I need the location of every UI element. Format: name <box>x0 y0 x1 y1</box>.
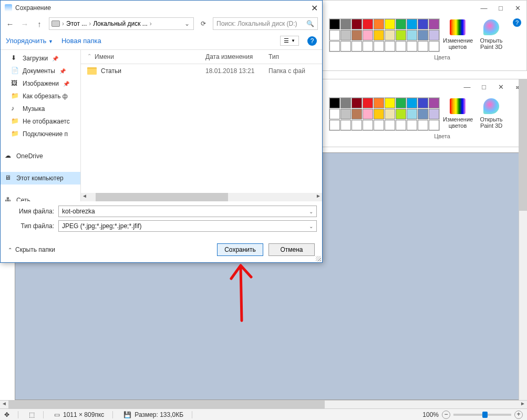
color-swatch[interactable] <box>407 98 417 108</box>
sidebar-item[interactable]: 📄Документы📌 <box>1 65 80 77</box>
color-swatch[interactable] <box>429 41 439 52</box>
close-icon[interactable]: ✕ <box>514 4 521 12</box>
file-row[interactable]: Статьи18.01.2018 13:21Папка с фай <box>81 64 322 78</box>
nav-back-icon[interactable]: ← <box>5 19 15 28</box>
chevron-down-icon[interactable]: ⌄ <box>309 223 313 229</box>
color-swatch[interactable] <box>352 120 362 130</box>
sidebar-item[interactable]: 📁Как обрезать ф <box>1 90 80 103</box>
color-swatch[interactable] <box>340 30 351 40</box>
color-swatch[interactable] <box>407 19 417 29</box>
color-swatch[interactable] <box>374 109 384 119</box>
color-swatch[interactable] <box>385 41 395 52</box>
close-icon[interactable]: ✕ <box>497 83 504 90</box>
color-swatch[interactable] <box>407 30 417 40</box>
breadcrumb[interactable]: › Этот ... › Локальный диск ... › ⌄ <box>49 17 194 30</box>
color-swatch[interactable] <box>374 98 384 108</box>
minimize-icon[interactable]: — <box>463 83 471 90</box>
color-swatch[interactable] <box>340 120 351 130</box>
color-swatch[interactable] <box>396 98 406 108</box>
sidebar-item[interactable]: 🖧Сеть <box>1 194 80 201</box>
edit-colors-button[interactable]: Изменение цветов <box>442 97 473 130</box>
refresh-icon[interactable]: ⟳ <box>198 20 209 27</box>
color-swatch[interactable] <box>329 109 340 119</box>
color-swatch[interactable] <box>418 19 428 29</box>
save-button[interactable]: Сохранить <box>217 243 263 256</box>
color-swatch[interactable] <box>396 19 406 29</box>
color-swatch[interactable] <box>429 120 439 130</box>
horizontal-scrollbar[interactable]: ◄► <box>0 400 527 408</box>
color-swatch[interactable] <box>374 30 384 40</box>
vertical-scrollbar[interactable] <box>519 79 527 408</box>
help-icon[interactable]: ? <box>307 36 317 46</box>
column-type[interactable]: Тип <box>268 53 316 60</box>
color-swatch[interactable] <box>340 19 351 29</box>
breadcrumb-current[interactable]: Локальный диск ... <box>93 20 148 27</box>
zoom-out-button[interactable]: − <box>442 411 450 419</box>
color-swatch[interactable] <box>363 98 373 108</box>
color-swatch[interactable] <box>396 109 406 119</box>
resize-grip[interactable] <box>316 256 321 261</box>
color-swatch[interactable] <box>418 98 428 108</box>
color-swatch[interactable] <box>363 19 373 29</box>
color-swatch[interactable] <box>374 120 384 130</box>
sidebar-item[interactable]: 📁Подключение п <box>1 128 80 140</box>
color-swatch[interactable] <box>418 41 428 52</box>
minimize-icon[interactable]: — <box>480 4 488 12</box>
search-input[interactable]: Поиск: Локальный диск (D:) 🔍 <box>213 17 318 30</box>
color-swatch[interactable] <box>363 30 373 40</box>
close-icon[interactable]: ✕ <box>311 3 318 13</box>
color-swatch[interactable] <box>385 109 395 119</box>
sidebar-item[interactable]: 🖼Изображени📌 <box>1 77 80 90</box>
help-icon[interactable]: ? <box>513 18 521 27</box>
color-swatch[interactable] <box>352 109 362 119</box>
color-swatch[interactable] <box>385 19 395 29</box>
color-swatch[interactable] <box>374 19 384 29</box>
sidebar-item[interactable]: 📁Не отображаетс <box>1 115 80 128</box>
maximize-icon[interactable]: □ <box>480 83 488 90</box>
color-swatch[interactable] <box>340 98 351 108</box>
color-swatch[interactable] <box>363 109 373 119</box>
color-swatch[interactable] <box>363 120 373 130</box>
color-swatch[interactable] <box>407 109 417 119</box>
sidebar-item[interactable]: ☁OneDrive <box>1 150 80 162</box>
color-swatch[interactable] <box>352 41 362 52</box>
color-swatch[interactable] <box>385 98 395 108</box>
new-folder-button[interactable]: Новая папка <box>61 37 101 45</box>
breadcrumb-root[interactable]: Этот ... <box>66 20 87 27</box>
color-swatch[interactable] <box>429 19 439 29</box>
zoom-slider[interactable] <box>453 414 511 416</box>
zoom-in-button[interactable]: + <box>514 411 523 419</box>
color-swatch[interactable] <box>340 109 351 119</box>
breadcrumb-dropdown-icon[interactable]: ⌄ <box>183 20 191 27</box>
filetype-select[interactable]: JPEG (*.jpg;*.jpeg;*.jpe;*.jfif) ⌄ <box>58 220 317 232</box>
color-swatch[interactable] <box>329 19 340 29</box>
filename-input[interactable]: kot-obrezka ⌄ <box>58 206 317 217</box>
filelist-scrollbar[interactable]: ◄► <box>81 193 322 201</box>
color-swatch[interactable] <box>329 41 340 52</box>
color-swatch[interactable] <box>363 41 373 52</box>
color-swatch[interactable] <box>418 109 428 119</box>
color-swatch[interactable] <box>329 30 340 40</box>
color-swatch[interactable] <box>385 30 395 40</box>
color-swatch[interactable] <box>407 120 417 130</box>
edit-colors-button[interactable]: Изменение цветов <box>442 18 473 51</box>
view-options-button[interactable]: ☰▼ <box>280 36 299 46</box>
color-swatch[interactable] <box>396 30 406 40</box>
nav-up-icon[interactable]: ↑ <box>34 19 45 28</box>
open-paint3d-button[interactable]: Открыть Paint 3D <box>476 18 507 51</box>
column-name[interactable]: Имени <box>95 53 205 60</box>
color-swatch[interactable] <box>329 120 340 130</box>
color-swatch[interactable] <box>396 120 406 130</box>
color-swatch[interactable] <box>429 109 439 119</box>
color-swatch[interactable] <box>352 30 362 40</box>
color-swatch[interactable] <box>352 19 362 29</box>
file-list-header[interactable]: ⌃ Имени Дата изменения Тип <box>81 50 322 64</box>
color-swatch[interactable] <box>429 30 439 40</box>
color-swatch[interactable] <box>340 41 351 52</box>
color-swatch[interactable] <box>374 41 384 52</box>
hide-folders-toggle[interactable]: ⌃ Скрыть папки <box>8 246 55 253</box>
color-swatch[interactable] <box>429 98 439 108</box>
color-palette[interactable] <box>329 18 440 52</box>
sidebar-item[interactable]: ♪Музыка <box>1 103 80 115</box>
nav-forward-icon[interactable]: → <box>19 19 30 28</box>
